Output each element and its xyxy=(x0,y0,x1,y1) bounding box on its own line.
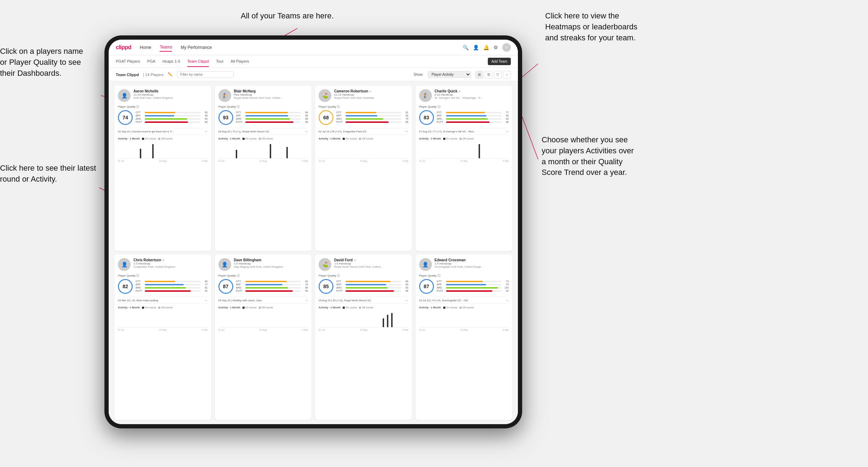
player-name[interactable]: Dave Billingham xyxy=(234,258,308,262)
player-card[interactable]: 👤 Chris Robertson ✓ 1-5 Handicap Craigmi… xyxy=(114,255,211,420)
user-avatar[interactable]: U xyxy=(502,43,511,52)
player-name[interactable]: Edward Crossman xyxy=(435,258,509,262)
card-header: 👤 Chris Robertson ✓ 1-5 Handicap Craigmi… xyxy=(118,258,208,271)
player-name[interactable]: Cameron Robertson ✓ xyxy=(334,89,409,93)
activity-header: Activity · 1 Month On course Off course xyxy=(118,306,208,309)
stat-row: PUTT 91 xyxy=(136,290,208,292)
stat-row: PUTT 85 xyxy=(336,121,409,123)
round-arrow: → xyxy=(305,130,308,133)
stats-grid: OTT 73 APP 79 ARG 103 PUTT 92 xyxy=(437,280,509,293)
player-name[interactable]: Aaron Nicholls xyxy=(133,89,208,93)
round-arrow: → xyxy=(405,130,409,133)
recent-round[interactable]: 18 Jul 23 | 74 (+4), Sunningdale GC - Ol… xyxy=(419,297,509,304)
activity-header: Activity · 1 Month On course Off course xyxy=(419,137,509,140)
quality-label[interactable]: Player Quality ⓘ xyxy=(118,105,208,109)
quality-content: 93 OTT 84 APP 85 ARG 88 PUTT 95 xyxy=(218,110,308,125)
player-avatar: 👤 xyxy=(218,258,231,271)
player-card[interactable]: 👤 Dave Billingham 1-5 Handicap Sag Magin… xyxy=(215,255,312,420)
filter-input[interactable] xyxy=(177,71,234,78)
quality-label[interactable]: Player Quality ⓘ xyxy=(319,105,409,109)
nav-home[interactable]: Home xyxy=(140,44,151,51)
activity-section: Activity · 1 Month On course Off course xyxy=(319,137,409,162)
quality-content: 82 OTT 60 APP 77 ARG 81 PUTT 91 xyxy=(118,279,208,294)
player-score[interactable]: 87 xyxy=(419,279,434,294)
subnav-all-players[interactable]: All Players xyxy=(231,56,249,67)
recent-round[interactable]: 02 Jul 23 | 59 (+17), Craigmillar Park G… xyxy=(319,128,409,135)
activity-chart xyxy=(118,142,208,159)
recent-round[interactable]: 02 Sep 23 | Sunset round to get back int… xyxy=(118,128,208,135)
stat-row: APP 79 xyxy=(437,283,509,286)
stat-row: APP 85 xyxy=(236,114,308,117)
add-team-button[interactable]: Add Team xyxy=(488,58,511,65)
player-name[interactable]: Blair McHarg xyxy=(234,89,308,93)
quality-label[interactable]: Player Quality ⓘ xyxy=(118,274,208,278)
activity-header: Activity · 1 Month On course Off course xyxy=(118,137,208,140)
stat-row: ARG 83 xyxy=(336,286,409,289)
profile-icon[interactable]: 👤 xyxy=(473,45,479,50)
edit-icon[interactable]: ✏️ xyxy=(168,72,173,77)
round-arrow: → xyxy=(205,130,208,133)
list-view-button[interactable]: ☰ xyxy=(485,71,492,79)
filter-button[interactable]: ▽ xyxy=(494,71,502,79)
player-card[interactable]: 🏌️ Charlie Quick ✓ 6-10 Handicap St. Geo… xyxy=(416,86,513,251)
recent-round[interactable]: 04 Sep 23 | Mobility with coach, Gym → xyxy=(218,297,308,304)
recent-round[interactable]: 03 Mar 23 | 19, Must make putting → xyxy=(118,297,208,304)
quality-content: 85 OTT 89 APP 80 ARG 83 PUTT 96 xyxy=(319,279,409,294)
player-score[interactable]: 74 xyxy=(118,110,133,125)
activity-title: Activity · 1 Month xyxy=(118,137,140,140)
activity-legend: On course Off course xyxy=(443,306,474,309)
stats-grid: OTT 61 APP 63 ARG 75 PUTT 85 xyxy=(336,111,409,124)
grid-view-button[interactable]: ⊞ xyxy=(475,71,483,79)
activity-section: Activity · 1 Month On course Off course xyxy=(319,306,409,331)
quality-label[interactable]: Player Quality ⓘ xyxy=(319,274,409,278)
subnav-pgat[interactable]: PGAT Players xyxy=(116,56,140,67)
bell-icon[interactable]: 🔔 xyxy=(483,45,489,50)
player-score[interactable]: 68 xyxy=(319,110,333,125)
annotation-activities: Choose whether you see your players Acti… xyxy=(542,135,634,178)
subnav-pga[interactable]: PGA xyxy=(147,56,155,67)
player-name[interactable]: David Ford ✓ xyxy=(334,258,409,262)
settings-icon[interactable]: ⚙ xyxy=(493,45,498,50)
activity-title: Activity · 1 Month xyxy=(218,306,240,309)
player-info: Chris Robertson ✓ 1-5 Handicap Craigmill… xyxy=(133,258,208,268)
player-card[interactable]: 👤 Aaron Nicholls 11-15 Handicap Drift Go… xyxy=(114,86,211,251)
player-name[interactable]: Charlie Quick ✓ xyxy=(435,89,509,93)
search-icon[interactable]: 🔍 xyxy=(463,45,469,50)
player-club: Craigmillar Park, United Kingdom xyxy=(133,265,183,268)
chart-dates: 31 Jul 21 Aug 4 Sep xyxy=(419,160,509,162)
player-card[interactable]: ⛳ David Ford ✓ 1-5 Handicap Royal North … xyxy=(315,255,412,420)
player-name[interactable]: Chris Robertson ✓ xyxy=(133,258,208,262)
player-score[interactable]: 83 xyxy=(419,110,434,125)
quality-label[interactable]: Player Quality ⓘ xyxy=(419,274,509,278)
subnav-tour[interactable]: Tour xyxy=(216,56,223,67)
player-handicap: 1-5 Handicap xyxy=(334,262,409,265)
nav-performance[interactable]: My Performance xyxy=(181,44,212,51)
quality-label[interactable]: Player Quality ⓘ xyxy=(218,274,308,278)
sort-button[interactable]: ↕ xyxy=(503,71,511,79)
recent-round[interactable]: 07 Aug 23 | 77 (+7), St George's Hill GC… xyxy=(419,128,509,135)
quality-section: Player Quality ⓘ 87 OTT 82 APP 74 ARG 85… xyxy=(218,274,308,294)
player-card[interactable]: 🏌️ Blair McHarg Plus Handicap Royal Nort… xyxy=(215,86,312,251)
player-score[interactable]: 85 xyxy=(319,279,333,294)
player-avatar: 🏌️ xyxy=(419,89,432,102)
view-icons: ⊞ ☰ ▽ ↕ xyxy=(475,71,511,79)
player-avatar: 🏌️ xyxy=(218,89,231,102)
quality-label[interactable]: Player Quality ⓘ xyxy=(218,105,308,109)
subnav-team-clippd[interactable]: Team Clippd xyxy=(187,56,209,67)
subnav-hcaps[interactable]: Hcaps 1-5 xyxy=(162,56,180,67)
player-card[interactable]: 👤 Edward Crossman 1-5 Handicap Sunningda… xyxy=(416,255,513,420)
chart-bars xyxy=(419,142,509,158)
recent-round[interactable]: 26 Aug 23 | 84 (+12), Royal North Devon … xyxy=(319,297,409,304)
recent-round[interactable]: 26 Aug 23 | 73 (+1), Royal North Devon G… xyxy=(218,128,308,135)
player-card[interactable]: ⛳ Cameron Robertson ✓ 11-15 Handicap Roy… xyxy=(315,86,412,251)
sub-nav: PGAT Players PGA Hcaps 1-5 Team Clippd T… xyxy=(109,55,518,68)
nav-teams[interactable]: Teams xyxy=(160,43,172,52)
stats-grid: OTT 60 APP 77 ARG 81 PUTT 91 xyxy=(136,280,208,293)
quality-content: 87 OTT 82 APP 74 ARG 85 PUTT 94 xyxy=(218,279,308,294)
recent-text: 26 Aug 23 | 73 (+1), Royal North Devon G… xyxy=(218,130,270,133)
player-score[interactable]: 87 xyxy=(218,279,233,294)
player-score[interactable]: 93 xyxy=(218,110,233,125)
show-select[interactable]: Player Activity Quality Score Trend xyxy=(428,71,471,78)
quality-label[interactable]: Player Quality ⓘ xyxy=(419,105,509,109)
player-score[interactable]: 82 xyxy=(118,279,133,294)
